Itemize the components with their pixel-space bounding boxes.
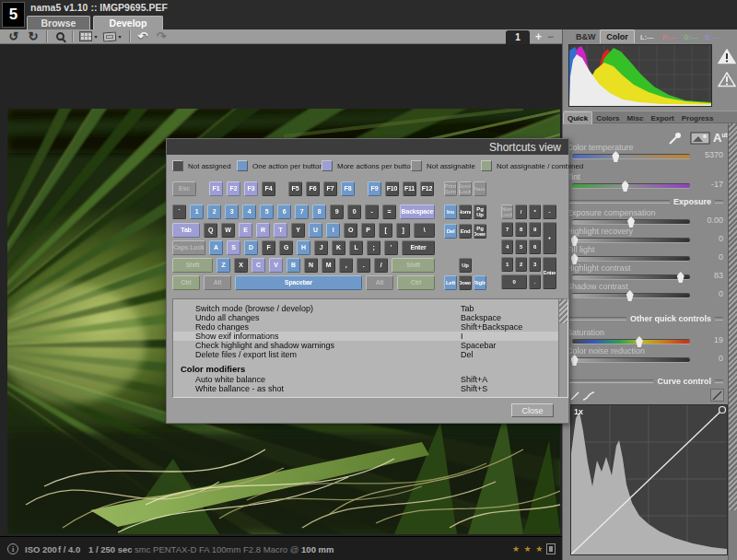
numpad-key-5[interactable]: 5 xyxy=(515,239,527,254)
key-enter[interactable]: Enter xyxy=(402,240,435,255)
key-ctrl[interactable]: Ctrl xyxy=(172,275,200,290)
key-p[interactable]: P xyxy=(361,223,375,238)
slider-track-highlight-contrast[interactable] xyxy=(572,275,690,279)
key-,[interactable]: , xyxy=(339,258,353,273)
key-g[interactable]: G xyxy=(279,240,293,255)
numpad-key-enter[interactable]: Enter xyxy=(543,257,556,289)
key-f11[interactable]: F11 xyxy=(403,181,416,196)
key-alt[interactable]: Alt xyxy=(204,275,231,290)
key-backspace[interactable]: Backspace xyxy=(400,204,435,219)
shortcut-row[interactable]: Delete files / export list itemDel xyxy=(173,350,559,359)
key-pause[interactable]: Pause xyxy=(474,181,486,196)
grid-overlay-button[interactable]: ▾ xyxy=(77,29,99,43)
shortcut-list-scrollbar[interactable] xyxy=(558,299,567,397)
slider-track-highlight-recovery[interactable] xyxy=(572,239,690,242)
shortcut-row[interactable]: Auto white balanceShift+A xyxy=(173,375,559,384)
key-\[interactable]: \ xyxy=(414,223,435,238)
key-f2[interactable]: F2 xyxy=(227,181,240,196)
key-y[interactable]: Y xyxy=(291,223,305,238)
shortcut-row[interactable]: Show exif informationsI xyxy=(173,332,559,341)
s-curve-button[interactable] xyxy=(582,390,595,402)
key-e[interactable]: E xyxy=(239,223,252,238)
key-o[interactable]: O xyxy=(344,223,357,238)
rotate-right-button[interactable]: ↻ xyxy=(25,29,41,43)
panel-scrollbar[interactable] xyxy=(728,123,737,560)
key-/[interactable]: / xyxy=(374,258,388,273)
key-j[interactable]: J xyxy=(314,240,328,255)
key-tab[interactable]: Tab xyxy=(172,223,200,238)
key-alt[interactable]: Alt xyxy=(366,275,393,290)
key-k[interactable]: K xyxy=(332,240,345,255)
numpad-key-num-lock[interactable]: Num Lock xyxy=(501,204,513,219)
close-button[interactable]: Close xyxy=(511,403,554,417)
key-l[interactable]: L xyxy=(349,240,363,255)
linear-curve-button[interactable] xyxy=(568,390,581,402)
numpad-key-0[interactable]: 0 xyxy=(501,274,527,289)
numpad-key-9[interactable]: 9 xyxy=(529,222,541,237)
key-f6[interactable]: F6 xyxy=(306,181,320,196)
key-8[interactable]: 8 xyxy=(312,204,326,219)
key-f7[interactable]: F7 xyxy=(323,181,337,196)
rating-stars[interactable]: ★ ★ ★ xyxy=(512,544,544,554)
snapshot-remove-button[interactable]: − xyxy=(547,30,554,43)
numpad-key-/[interactable]: / xyxy=(515,204,527,219)
key-w[interactable]: W xyxy=(221,223,235,238)
key-f9[interactable]: F9 xyxy=(368,181,381,196)
key-f1[interactable]: F1 xyxy=(209,181,223,196)
numpad-key-4[interactable]: 4 xyxy=(501,239,513,254)
tab-develop[interactable]: Develop xyxy=(93,16,163,29)
key-4[interactable]: 4 xyxy=(242,204,256,219)
slider-knob[interactable] xyxy=(626,290,634,301)
key-home[interactable]: Home xyxy=(459,204,472,219)
numpad-key-1[interactable]: 1 xyxy=(501,257,513,272)
key-n[interactable]: N xyxy=(304,258,318,273)
key-pg-up[interactable]: Pg Up xyxy=(474,204,486,219)
key-1[interactable]: 1 xyxy=(190,204,204,219)
key-;[interactable]: ; xyxy=(367,240,380,255)
key-][interactable]: ] xyxy=(396,223,410,238)
slider-knob[interactable] xyxy=(612,151,619,162)
key-'[interactable]: ' xyxy=(384,240,398,255)
snapshot-add-button[interactable]: + xyxy=(535,30,542,43)
key-q[interactable]: Q xyxy=(204,223,217,238)
numpad-key-3[interactable]: 3 xyxy=(529,257,541,272)
undo-button[interactable]: ↶ xyxy=(135,29,151,43)
numpad-key-7[interactable]: 7 xyxy=(501,222,513,237)
key-f12[interactable]: F12 xyxy=(420,181,434,196)
key-[[interactable]: [ xyxy=(379,223,392,238)
slider-track-color-temperature[interactable] xyxy=(572,155,690,158)
key-left[interactable]: Left xyxy=(444,275,457,290)
key-=[interactable]: = xyxy=(382,204,396,219)
key-f3[interactable]: F3 xyxy=(244,181,258,196)
tab-browse[interactable]: Browse xyxy=(27,16,90,29)
curve-reset-button[interactable] xyxy=(710,389,724,402)
shortcut-row[interactable]: Check highlight and shadow warningsSpace… xyxy=(173,341,559,350)
key-2[interactable]: 2 xyxy=(207,204,221,219)
key-print-scrn[interactable]: Print Scrn xyxy=(444,181,457,196)
key-r[interactable]: R xyxy=(256,223,270,238)
numpad-key-2[interactable]: 2 xyxy=(515,257,527,272)
numpad-key--[interactable]: - xyxy=(543,204,556,219)
redo-button[interactable]: ↷ xyxy=(153,29,170,43)
slider-track-tint[interactable] xyxy=(572,184,690,188)
key-f8[interactable]: F8 xyxy=(341,181,355,196)
key-ctrl[interactable]: Ctrl xyxy=(397,275,435,290)
key-f[interactable]: F xyxy=(262,240,275,255)
numpad-key-8[interactable]: 8 xyxy=(515,222,527,237)
slider-knob[interactable] xyxy=(622,181,629,192)
shortcut-row[interactable]: Switch mode (browse / develop)Tab xyxy=(173,304,559,313)
key-m[interactable]: M xyxy=(322,258,335,273)
key-t[interactable]: T xyxy=(274,223,287,238)
key-caps-lock[interactable]: Caps Lock xyxy=(172,240,205,255)
key-`[interactable]: ` xyxy=(172,204,186,219)
key-del[interactable]: Del xyxy=(444,224,457,239)
key-shift[interactable]: Shift xyxy=(392,258,435,273)
label-overlay-button[interactable]: ▾ xyxy=(101,29,123,43)
key-5[interactable]: 5 xyxy=(260,204,274,219)
key-up[interactable]: Up xyxy=(459,258,472,273)
key-right[interactable]: Right xyxy=(474,275,486,290)
key-0[interactable]: 0 xyxy=(347,204,361,219)
numpad-key-6[interactable]: 6 xyxy=(529,239,541,254)
shortcut-row[interactable]: Undo all changesBackspace xyxy=(173,313,559,322)
key-down[interactable]: Down xyxy=(459,275,472,290)
